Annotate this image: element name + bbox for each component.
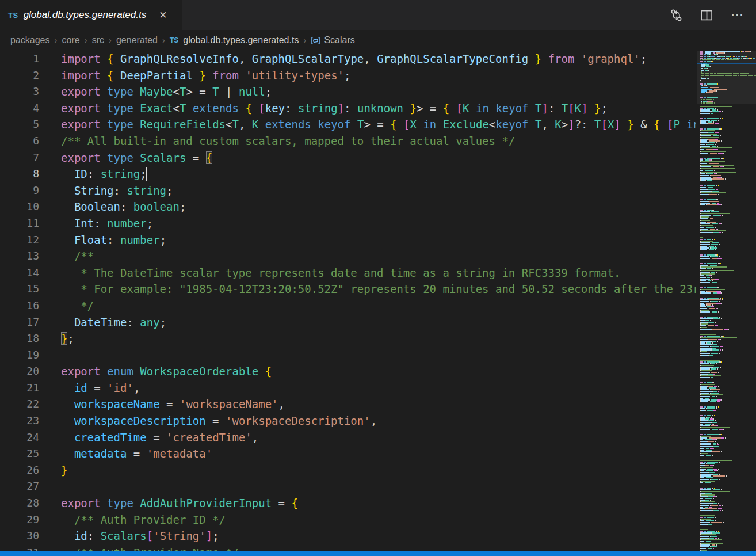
line-number[interactable]: 24: [0, 429, 39, 446]
breadcrumb-packages[interactable]: packages: [10, 35, 50, 45]
text-cursor: [146, 167, 147, 181]
line-number[interactable]: 11: [0, 215, 39, 232]
line-number[interactable]: 13: [0, 248, 39, 265]
code-line[interactable]: 22 workspaceName = 'workspaceName',: [0, 396, 696, 413]
line-number[interactable]: 8: [0, 166, 39, 182]
line-number[interactable]: 31: [0, 544, 39, 551]
line-number[interactable]: 23: [0, 413, 39, 429]
line-number[interactable]: 5: [0, 116, 39, 133]
code-editor[interactable]: 1import { GraphQLResolveInfo, GraphQLSca…: [0, 51, 696, 551]
code-line[interactable]: 26}: [0, 462, 696, 479]
code-line[interactable]: 12 Float: number;: [0, 232, 696, 249]
line-number[interactable]: 16: [0, 298, 39, 314]
tab-bar: TS global.db.types.generated.ts ✕ ⋯: [0, 0, 756, 30]
tab-title: global.db.types.generated.ts: [24, 9, 147, 21]
code-text: ID: string;: [61, 166, 147, 182]
breadcrumb-symbol-label: Scalars: [324, 35, 354, 45]
code-line[interactable]: 23 workspaceDescription = 'workspaceDesc…: [0, 413, 696, 429]
line-number[interactable]: 12: [0, 232, 39, 249]
code-line[interactable]: 5export type RequireFields<T, K extends …: [0, 116, 696, 133]
typescript-file-icon: TS: [8, 11, 18, 20]
code-line[interactable]: 6/** All built-in and custom scalars, ma…: [0, 133, 696, 150]
split-editor-icon[interactable]: [700, 9, 713, 22]
line-number[interactable]: 28: [0, 495, 39, 512]
code-line[interactable]: 2import { DeepPartial } from 'utility-ty…: [0, 67, 696, 84]
code-text: import { DeepPartial } from 'utility-typ…: [61, 67, 350, 84]
code-line[interactable]: 24 createdTime = 'createdTime',: [0, 429, 696, 446]
line-number[interactable]: 26: [0, 462, 39, 479]
code-line[interactable]: 7export type Scalars = {: [0, 150, 696, 166]
code-line[interactable]: 10 Boolean: boolean;: [0, 199, 696, 215]
line-number[interactable]: 1: [0, 51, 39, 67]
chevron-right-icon: ›: [303, 35, 306, 45]
code-line[interactable]: 27: [0, 478, 696, 495]
line-number[interactable]: 21: [0, 380, 39, 397]
line-number[interactable]: 15: [0, 281, 39, 298]
code-line[interactable]: 14 * The DateTime scalar type represents…: [0, 265, 696, 281]
line-number[interactable]: 30: [0, 528, 39, 544]
code-line[interactable]: 30 id: Scalars['String'];: [0, 528, 696, 544]
code-line[interactable]: 17 DateTime: any;: [0, 314, 696, 331]
code-text: Boolean: boolean;: [61, 199, 186, 215]
code-text: id: Scalars['String'];: [61, 528, 219, 544]
more-actions-icon[interactable]: ⋯: [731, 12, 743, 18]
code-text: String: string;: [61, 182, 173, 199]
code-text: /** Auth Provider Name */: [61, 544, 239, 551]
code-text: /** All built-in and custom scalars, map…: [61, 133, 515, 150]
code-line[interactable]: 11 Int: number;: [0, 215, 696, 232]
code-line[interactable]: 9 String: string;: [0, 182, 696, 199]
code-text: export type RequireFields<T, K extends k…: [61, 116, 696, 133]
code-text: /**: [61, 248, 94, 265]
code-line[interactable]: 4export type Exact<T extends { [key: str…: [0, 100, 696, 117]
line-number[interactable]: 19: [0, 347, 39, 364]
code-line[interactable]: 25 metadata = 'metadata': [0, 445, 696, 462]
line-number[interactable]: 18: [0, 330, 39, 347]
code-line[interactable]: 31 /** Auth Provider Name */: [0, 544, 696, 551]
breadcrumb-file[interactable]: global.db.types.generated.ts: [183, 35, 299, 45]
code-text: /** Auth Provider ID */: [61, 512, 226, 528]
code-line[interactable]: 3export type Maybe<T> = T | null;: [0, 83, 696, 100]
code-line[interactable]: 16 */: [0, 298, 696, 314]
line-number[interactable]: 3: [0, 83, 39, 100]
tab-global-db-types[interactable]: TS global.db.types.generated.ts ✕: [0, 0, 182, 30]
code-text: import { GraphQLResolveInfo, GraphQLScal…: [61, 51, 647, 67]
code-line[interactable]: 19: [0, 347, 696, 364]
line-number[interactable]: 2: [0, 67, 39, 84]
chevron-right-icon: ›: [85, 35, 87, 45]
code-lines: 1import { GraphQLResolveInfo, GraphQLSca…: [0, 51, 696, 551]
line-number[interactable]: 10: [0, 199, 39, 215]
chevron-right-icon: ›: [162, 35, 165, 45]
minimap[interactable]: [697, 51, 756, 551]
line-number[interactable]: 27: [0, 478, 39, 495]
line-number[interactable]: 17: [0, 314, 39, 331]
code-line[interactable]: 8 ID: string;: [0, 166, 696, 182]
line-number[interactable]: 22: [0, 396, 39, 413]
line-number[interactable]: 7: [0, 150, 39, 166]
breadcrumb-src[interactable]: src: [92, 35, 104, 45]
breadcrumb-core[interactable]: core: [62, 35, 80, 45]
code-line[interactable]: 29 /** Auth Provider ID */: [0, 512, 696, 528]
breadcrumb-symbol[interactable]: Scalars: [311, 35, 354, 45]
code-line[interactable]: 21 id = 'id',: [0, 380, 696, 397]
line-number[interactable]: 4: [0, 100, 39, 117]
line-number[interactable]: 6: [0, 133, 39, 150]
line-number[interactable]: 20: [0, 363, 39, 380]
code-line[interactable]: 20export enum WorkspaceOrderable {: [0, 363, 696, 380]
code-text: Int: number;: [61, 215, 153, 232]
code-line[interactable]: 15 * For example: "1985-04-12T23:20:50.5…: [0, 281, 696, 298]
code-line[interactable]: 13 /**: [0, 248, 696, 265]
breadcrumb-generated[interactable]: generated: [116, 35, 158, 45]
line-number[interactable]: 25: [0, 445, 39, 462]
line-number[interactable]: 14: [0, 265, 39, 281]
code-line[interactable]: 18};: [0, 330, 696, 347]
line-number[interactable]: 9: [0, 182, 39, 199]
close-icon[interactable]: ✕: [157, 9, 169, 22]
code-line[interactable]: 28export type AddAuthProviderInput = {: [0, 495, 696, 512]
code-text: export type Exact<T extends { [key: stri…: [61, 100, 608, 117]
open-changes-icon[interactable]: [670, 9, 683, 22]
code-line[interactable]: 1import { GraphQLResolveInfo, GraphQLSca…: [0, 51, 696, 67]
code-text: createdTime = 'createdTime',: [61, 429, 258, 446]
code-text: DateTime: any;: [61, 314, 166, 331]
line-number[interactable]: 29: [0, 512, 39, 528]
code-text: workspaceName = 'workspaceName',: [61, 396, 285, 413]
